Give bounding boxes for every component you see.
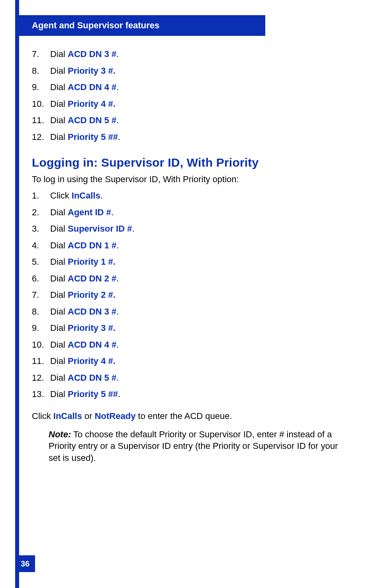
- step-lead: Click: [50, 191, 72, 201]
- step-body: Dial Priority 3 #.: [50, 323, 116, 334]
- click-line-mid: or: [82, 411, 95, 421]
- step-item: 9.Dial Priority 3 #.: [32, 323, 351, 334]
- step-body: Dial ACD DN 5 #.: [50, 372, 119, 383]
- step-keyword: Priority 2 #.: [68, 290, 116, 300]
- click-line-notready: NotReady: [95, 411, 136, 421]
- step-keyword: Priority 3 #.: [68, 66, 116, 76]
- note-text: To choose the default Priority or Superv…: [49, 429, 338, 463]
- click-line-incalls: InCalls: [53, 411, 82, 421]
- step-item: 1.Click InCalls.: [32, 190, 351, 201]
- step-lead: Dial: [50, 99, 68, 109]
- step-body: Dial ACD DN 1 #.: [50, 240, 119, 251]
- note-label: Note:: [49, 429, 71, 439]
- step-tail: .: [118, 132, 120, 142]
- step-keyword: ACD DN 1 #: [68, 240, 116, 250]
- step-body: Dial ACD DN 5 #.: [50, 115, 119, 126]
- step-body: Dial ACD DN 4 #.: [50, 82, 119, 93]
- step-item: 13.Dial Priority 5 ##.: [32, 389, 351, 400]
- step-number: 1.: [32, 190, 50, 201]
- step-body: Dial Supervisor ID #.: [50, 223, 135, 234]
- step-number: 9.: [32, 82, 50, 93]
- step-tail: .: [116, 115, 119, 125]
- step-item: 8.Dial ACD DN 3 #.: [32, 306, 351, 317]
- step-keyword: Priority 5 ##: [68, 389, 118, 399]
- step-item: 7.Dial Priority 2 #.: [32, 289, 351, 301]
- step-number: 5.: [32, 256, 50, 267]
- step-tail: .: [116, 373, 119, 383]
- step-item: 11.Dial ACD DN 5 #.: [32, 115, 351, 126]
- step-number: 12.: [32, 132, 50, 143]
- step-item: 10.Dial ACD DN 4 #.: [32, 339, 351, 350]
- left-strip: [15, 0, 19, 588]
- step-lead: Dial: [50, 49, 68, 59]
- section-header: Agent and Supervisor features: [15, 15, 265, 36]
- step-keyword: Priority 4 #.: [68, 99, 116, 109]
- step-number: 7.: [32, 49, 50, 60]
- step-tail: .: [116, 240, 119, 250]
- step-keyword: ACD DN 2 #: [68, 273, 116, 283]
- step-keyword: InCalls: [72, 191, 100, 201]
- step-lead: Dial: [50, 373, 68, 383]
- step-tail: .: [118, 389, 120, 399]
- step-item: 3.Dial Supervisor ID #.: [32, 223, 351, 234]
- step-lead: Dial: [50, 240, 68, 250]
- step-lead: Dial: [50, 323, 68, 333]
- step-number: 12.: [32, 372, 50, 383]
- step-lead: Dial: [50, 273, 68, 283]
- step-keyword: Supervisor ID #: [68, 224, 132, 234]
- step-number: 11.: [32, 115, 50, 126]
- step-tail: .: [111, 207, 114, 217]
- click-line-pre: Click: [32, 411, 53, 421]
- step-keyword: Priority 3 #.: [68, 323, 116, 333]
- step-number: 2.: [32, 207, 50, 218]
- step-item: 4.Dial ACD DN 1 #.: [32, 240, 351, 251]
- step-keyword: ACD DN 3 #: [68, 49, 116, 59]
- step-lead: Dial: [50, 115, 68, 125]
- step-item: 2.Dial Agent ID #.: [32, 207, 351, 218]
- step-lead: Dial: [50, 356, 68, 366]
- step-item: 11.Dial Priority 4 #.: [32, 356, 351, 367]
- step-body: Dial Priority 4 #.: [50, 98, 116, 110]
- section-step-list: 1.Click InCalls.2.Dial Agent ID #.3.Dial…: [32, 190, 351, 400]
- step-keyword: Priority 4 #.: [68, 356, 116, 366]
- step-number: 10.: [32, 98, 50, 110]
- step-number: 6.: [32, 273, 50, 284]
- step-body: Dial Priority 5 ##.: [50, 132, 120, 143]
- step-keyword: Priority 5 ##: [68, 132, 118, 142]
- page-number: 36: [15, 555, 35, 572]
- step-keyword: ACD DN 4 #: [68, 82, 116, 92]
- step-body: Dial Priority 2 #.: [50, 289, 116, 301]
- step-tail: .: [116, 307, 119, 317]
- step-number: 7.: [32, 289, 50, 301]
- step-tail: .: [116, 340, 119, 350]
- top-step-list: 7.Dial ACD DN 3 #.8.Dial Priority 3 #.9.…: [32, 49, 351, 142]
- step-body: Dial ACD DN 3 #.: [50, 49, 119, 60]
- step-item: 9.Dial ACD DN 4 #.: [32, 82, 351, 93]
- step-item: 6.Dial ACD DN 2 #.: [32, 273, 351, 284]
- step-tail: .: [116, 273, 119, 283]
- step-keyword: ACD DN 5 #: [68, 373, 116, 383]
- step-item: 12.Dial Priority 5 ##.: [32, 132, 351, 143]
- step-keyword: Agent ID #: [68, 207, 111, 217]
- page-number-text: 36: [21, 559, 29, 568]
- step-body: Dial ACD DN 4 #.: [50, 339, 119, 350]
- step-item: 7.Dial ACD DN 3 #.: [32, 49, 351, 60]
- step-number: 4.: [32, 240, 50, 251]
- step-lead: Dial: [50, 307, 68, 317]
- step-lead: Dial: [50, 66, 68, 76]
- step-lead: Dial: [50, 340, 68, 350]
- step-lead: Dial: [50, 257, 68, 267]
- note-block: Note: To choose the default Priority or …: [49, 429, 343, 464]
- step-lead: Dial: [50, 290, 68, 300]
- page-content: 7.Dial ACD DN 3 #.8.Dial Priority 3 #.9.…: [32, 43, 351, 464]
- document-page: Agent and Supervisor features 7.Dial ACD…: [0, 0, 380, 588]
- click-line-post: to enter the ACD queue.: [135, 411, 232, 421]
- step-tail: .: [132, 224, 134, 234]
- step-body: Dial Priority 1 #.: [50, 256, 116, 267]
- step-body: Dial Priority 3 #.: [50, 65, 116, 77]
- step-item: 5.Dial Priority 1 #.: [32, 256, 351, 267]
- step-lead: Dial: [50, 207, 68, 217]
- step-lead: Dial: [50, 224, 68, 234]
- step-body: Dial ACD DN 3 #.: [50, 306, 119, 317]
- step-tail: .: [116, 82, 119, 92]
